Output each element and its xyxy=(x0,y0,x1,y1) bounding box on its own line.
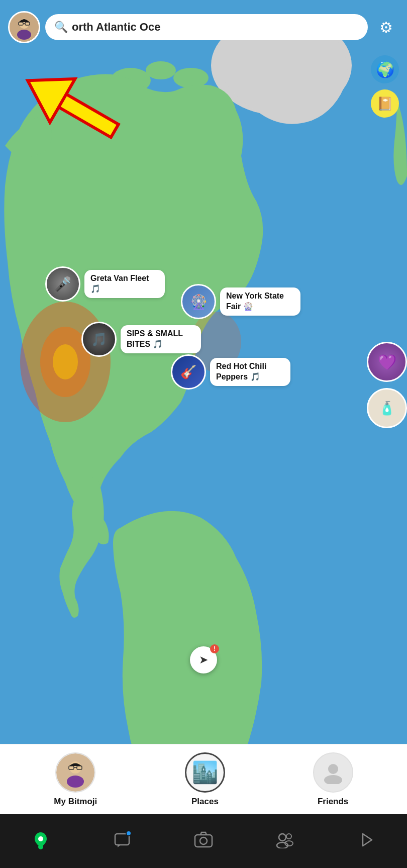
event-label-greta-van-fleet: Greta Van Fleet 🎵 xyxy=(84,270,165,298)
map-container[interactable]: 🎤 Greta Van Fleet 🎵 🎡 New York State Fai… xyxy=(0,0,407,814)
event-pin-ny-state-fair[interactable]: 🎡 New York State Fair 🎡 xyxy=(181,284,300,319)
event-label-rhcp: Red Hot Chili Peppers 🎵 xyxy=(210,358,290,386)
svg-point-26 xyxy=(38,836,43,841)
location-pin-button[interactable]: ➤ ! xyxy=(190,646,217,673)
nav-chat[interactable] xyxy=(81,831,163,848)
svg-point-29 xyxy=(200,837,207,844)
side-thumbnail-1[interactable]: 💜 xyxy=(367,342,407,382)
lens-icon: 📔 xyxy=(377,96,393,112)
nav-friends[interactable] xyxy=(244,831,326,848)
search-icon: 🔍 xyxy=(54,21,68,34)
right-side-buttons: 🌍 📔 xyxy=(371,55,399,118)
search-text: orth Atlantic Oce xyxy=(72,21,160,34)
pin-badge: ! xyxy=(210,644,219,653)
tab-my-bitmoji[interactable]: My Bitmoji xyxy=(54,752,97,807)
tab-places[interactable]: 🏙️ Places xyxy=(185,752,225,807)
tab-friends[interactable]: Friends xyxy=(313,752,353,807)
event-pin-sips-small-bites[interactable]: 🎵 SIPS & SMALL BITES 🎵 xyxy=(81,322,201,357)
pin-arrow-icon: ➤ xyxy=(199,653,208,666)
event-pin-greta-van-fleet[interactable]: 🎤 Greta Van Fleet 🎵 xyxy=(45,266,165,302)
settings-button[interactable]: ⚙ xyxy=(373,14,399,40)
tab-bar: My Bitmoji 🏙️ Places Friends xyxy=(0,744,407,814)
avatar-button[interactable] xyxy=(8,11,40,43)
svg-point-25 xyxy=(324,775,342,784)
tab-friends-label: Friends xyxy=(318,797,348,807)
svg-point-8 xyxy=(53,344,78,379)
svg-rect-28 xyxy=(195,835,212,847)
lens-button[interactable]: 📔 xyxy=(371,89,399,118)
nav-camera[interactable] xyxy=(163,831,244,848)
event-label-ny-state-fair: New York State Fair 🎡 xyxy=(220,287,300,316)
bottom-nav xyxy=(0,814,407,868)
tab-my-bitmoji-label: My Bitmoji xyxy=(54,797,97,807)
search-bar[interactable]: 🔍 orth Atlantic Oce xyxy=(45,14,368,40)
svg-point-24 xyxy=(328,764,338,774)
globe-button[interactable]: 🌍 xyxy=(371,55,399,83)
svg-point-14 xyxy=(17,30,31,40)
nav-map[interactable] xyxy=(0,831,81,848)
tab-places-label: Places xyxy=(191,797,219,807)
side-thumbnail-2[interactable]: 🧴 xyxy=(367,388,407,428)
globe-icon: 🌍 xyxy=(376,61,394,78)
settings-icon: ⚙ xyxy=(379,19,393,36)
svg-point-32 xyxy=(286,834,291,839)
top-bar: 🔍 orth Atlantic Oce ⚙ xyxy=(0,0,407,50)
event-label-sips-small-bites: SIPS & SMALL BITES 🎵 xyxy=(121,325,201,353)
map-svg xyxy=(0,0,407,814)
svg-point-3 xyxy=(146,61,176,79)
svg-point-20 xyxy=(67,776,84,788)
nav-stories[interactable] xyxy=(326,831,407,848)
event-pin-rhcp[interactable]: 🎸 Red Hot Chili Peppers 🎵 xyxy=(171,354,290,390)
svg-marker-34 xyxy=(363,834,372,846)
svg-point-30 xyxy=(279,834,286,841)
